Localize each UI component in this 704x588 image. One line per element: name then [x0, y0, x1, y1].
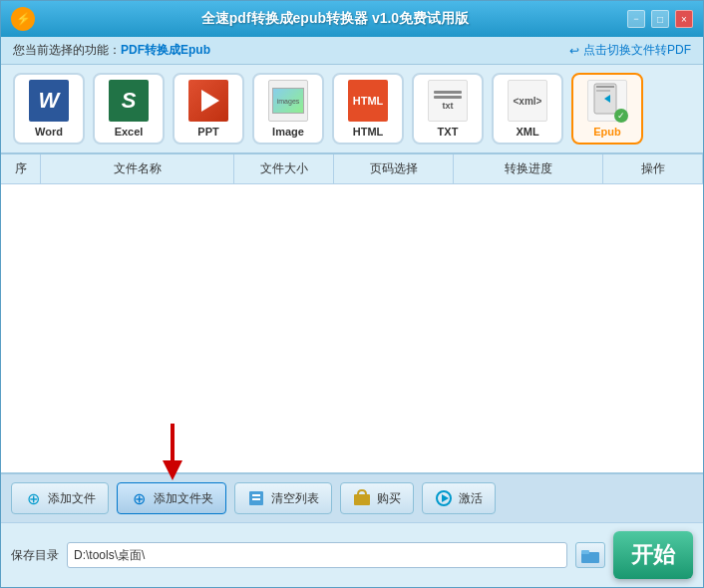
bottom-toolbar: ⊕ 添加文件 ⊕ 添加文件夹 清空列表	[1, 473, 703, 522]
add-file-icon: ⊕	[24, 489, 42, 507]
file-table-wrapper: 序 文件名称 文件大小 页码选择 转换进度 操作	[1, 153, 703, 473]
epub-icon: ✓	[586, 80, 628, 122]
format-xml-button[interactable]: <xml> XML	[492, 73, 563, 145]
word-icon	[28, 80, 70, 122]
logo-icon: ⚡	[16, 12, 31, 26]
format-txt-button[interactable]: txt TXT	[412, 73, 484, 145]
save-path-input[interactable]	[67, 542, 567, 568]
switch-mode-button[interactable]: ↩ 点击切换文件转PDF	[569, 42, 691, 59]
maximize-button[interactable]: □	[651, 10, 669, 28]
buy-icon	[353, 489, 371, 507]
xml-icon: <xml>	[507, 80, 548, 122]
format-excel-label: Excel	[115, 126, 144, 138]
minimize-button[interactable]: －	[627, 10, 645, 28]
format-excel-button[interactable]: S Excel	[93, 73, 165, 145]
col-page: 页码选择	[334, 154, 454, 183]
format-word-label: Word	[35, 126, 63, 138]
ppt-icon	[187, 80, 229, 122]
svg-marker-0	[201, 90, 219, 112]
format-txt-label: TXT	[438, 126, 459, 138]
col-action: 操作	[603, 154, 703, 183]
format-epub-label: Epub	[593, 126, 621, 138]
title-bar: ⚡ 全速pdf转换成epub转换器 v1.0免费试用版 － □ ×	[1, 1, 703, 37]
txt-icon: txt	[427, 80, 469, 122]
app-logo: ⚡	[11, 7, 35, 31]
clear-list-button[interactable]: 清空列表	[234, 482, 332, 514]
svg-rect-3	[596, 90, 610, 92]
subtitle-bar: 您当前选择的功能：PDF转换成Epub ↩ 点击切换文件转PDF	[1, 37, 703, 65]
svg-marker-11	[442, 494, 449, 502]
browse-folder-button[interactable]	[575, 542, 605, 568]
format-xml-label: XML	[516, 126, 538, 138]
svg-rect-13	[581, 550, 589, 554]
format-bar: Word S Excel PPT images	[1, 65, 703, 153]
save-label: 保存目录	[11, 547, 59, 564]
activate-icon	[435, 489, 453, 507]
svg-rect-9	[354, 494, 370, 505]
epub-check-icon: ✓	[614, 109, 628, 123]
format-image-button[interactable]: images Image	[252, 73, 324, 145]
toolbar-container: ⊕ 添加文件 ⊕ 添加文件夹 清空列表	[1, 473, 703, 522]
format-ppt-label: PPT	[197, 126, 218, 138]
close-button[interactable]: ×	[675, 10, 693, 28]
svg-rect-8	[252, 498, 260, 500]
html-icon: HTML	[347, 80, 389, 122]
switch-icon: ↩	[569, 44, 579, 58]
add-file-button[interactable]: ⊕ 添加文件	[11, 482, 109, 514]
window-controls: － □ ×	[627, 10, 693, 28]
table-header: 序 文件名称 文件大小 页码选择 转换进度 操作	[1, 154, 703, 184]
format-html-label: HTML	[353, 126, 384, 138]
activate-button[interactable]: 激活	[422, 482, 496, 514]
format-ppt-button[interactable]: PPT	[173, 73, 244, 145]
save-bar: 保存目录 开始	[1, 522, 703, 587]
clear-list-icon	[247, 489, 265, 507]
add-folder-icon: ⊕	[130, 489, 148, 507]
format-epub-button[interactable]: ✓ Epub	[571, 73, 643, 145]
col-filesize: 文件大小	[234, 154, 334, 183]
main-window: ⚡ 全速pdf转换成epub转换器 v1.0免费试用版 － □ × 您当前选择的…	[0, 0, 704, 588]
start-button[interactable]: 开始	[613, 531, 693, 579]
svg-rect-2	[596, 86, 614, 88]
format-image-label: Image	[272, 126, 304, 138]
buy-button[interactable]: 购买	[340, 482, 414, 514]
add-folder-button[interactable]: ⊕ 添加文件夹	[117, 482, 226, 514]
col-index: 序	[1, 154, 41, 183]
format-word-button[interactable]: Word	[13, 73, 85, 145]
col-progress: 转换进度	[454, 154, 603, 183]
format-html-button[interactable]: HTML HTML	[332, 73, 404, 145]
image-icon: images	[267, 80, 309, 122]
mode-label: 您当前选择的功能：PDF转换成Epub	[13, 42, 210, 59]
app-title: 全速pdf转换成epub转换器 v1.0免费试用版	[43, 10, 627, 28]
file-table: 序 文件名称 文件大小 页码选择 转换进度 操作	[1, 153, 703, 473]
col-filename: 文件名称	[41, 154, 234, 183]
excel-icon: S	[108, 80, 150, 122]
svg-rect-7	[252, 494, 260, 496]
